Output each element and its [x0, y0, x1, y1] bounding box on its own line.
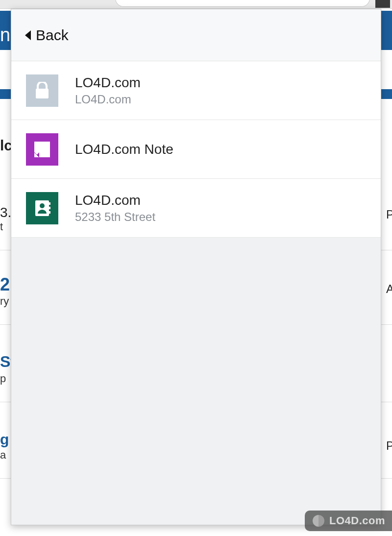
vault-item-text: LO4D.com LO4D.com — [75, 75, 141, 106]
bg-fragment: n — [0, 24, 10, 46]
lock-icon — [26, 74, 58, 107]
bg-fragment: Ph — [386, 208, 392, 221]
svg-rect-6 — [49, 211, 50, 214]
bg-fragment: 3. — [0, 205, 11, 220]
popup-empty-area — [11, 238, 381, 525]
popup-header: Back — [11, 9, 381, 61]
watermark-badge: LO4D.com — [305, 511, 392, 531]
vault-item-title: LO4D.com — [75, 193, 155, 208]
bg-fragment: t — [0, 220, 3, 233]
back-button[interactable]: Back — [25, 27, 69, 44]
vault-item-login[interactable]: LO4D.com LO4D.com — [11, 61, 381, 120]
omnibox[interactable] — [115, 0, 370, 7]
note-icon — [26, 133, 58, 166]
vault-item-note[interactable]: LO4D.com Note — [11, 120, 381, 179]
extension-button[interactable] — [375, 0, 390, 8]
vault-item-list: LO4D.com LO4D.com LO4D.com Note — [11, 61, 381, 238]
vault-item-title: LO4D.com — [75, 75, 141, 91]
back-label: Back — [36, 27, 69, 44]
svg-rect-0 — [36, 89, 49, 98]
browser-toolbar — [0, 0, 392, 9]
vault-item-contact[interactable]: LO4D.com 5233 5th Street — [11, 179, 381, 238]
vault-item-subtitle: LO4D.com — [75, 93, 141, 106]
watermark-logo-icon — [313, 515, 324, 527]
watermark-text: LO4D.com — [329, 514, 385, 527]
vault-item-subtitle: 5233 5th Street — [75, 210, 155, 224]
bg-fragment: g — [0, 431, 9, 448]
vault-popup: Back LO4D.com LO4D.com — [11, 9, 381, 525]
caret-left-icon — [25, 30, 31, 40]
svg-rect-5 — [49, 207, 50, 209]
bg-fragment: a — [0, 449, 6, 462]
bg-fragment: Ph — [386, 439, 392, 453]
svg-rect-4 — [49, 202, 50, 205]
bg-fragment: 2 — [0, 274, 10, 295]
bg-fragment: ry — [0, 295, 9, 308]
bg-fragment: A — [386, 282, 392, 296]
bg-fragment: p — [0, 372, 6, 385]
vault-item-title: LO4D.com Note — [75, 142, 173, 157]
contact-icon — [26, 192, 58, 224]
vault-item-text: LO4D.com 5233 5th Street — [75, 193, 155, 224]
svg-point-3 — [40, 203, 45, 208]
vault-item-text: LO4D.com Note — [75, 142, 173, 157]
